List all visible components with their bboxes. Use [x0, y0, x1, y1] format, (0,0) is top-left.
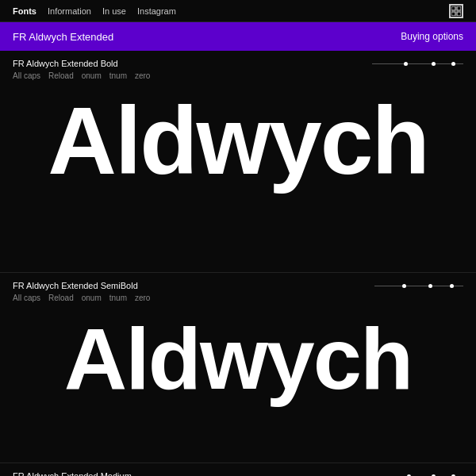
nav-in-use[interactable]: In use: [102, 6, 126, 16]
meta-onum-semibold[interactable]: onum: [82, 294, 102, 302]
font-section-bold: FR Aldwych Extended Bold All caps Reload…: [0, 51, 476, 273]
font-section-medium: FR Aldwych Extended Medium All caps Relo…: [0, 463, 476, 476]
font-section-semibold: FR Aldwych Extended SemiBold All caps Re…: [0, 273, 476, 463]
font-name-semibold: FR Aldwych Extended SemiBold: [13, 281, 138, 290]
font-preview-semibold: Aldwych: [13, 307, 463, 418]
meta-tnum-semibold[interactable]: tnum: [109, 294, 127, 302]
svg-rect-2: [451, 12, 455, 16]
font-header-semibold: FR Aldwych Extended SemiBold: [13, 281, 463, 290]
nav-instagram[interactable]: Instagram: [137, 6, 176, 16]
buying-options-button[interactable]: Buying options: [401, 31, 463, 42]
meta-reload-bold[interactable]: Reload: [48, 71, 74, 80]
preview-text-bold: Aldwych: [48, 93, 428, 188]
nav-fonts[interactable]: Fonts: [13, 6, 36, 16]
meta-onum-bold[interactable]: onum: [82, 71, 102, 80]
font-header-medium: FR Aldwych Extended Medium: [13, 471, 463, 476]
meta-zero-semibold[interactable]: zero: [135, 294, 150, 302]
preview-text-semibold: Aldwych: [64, 315, 412, 402]
top-nav: Fonts Information In use Instagram: [0, 0, 476, 22]
slider-bold[interactable]: [372, 62, 463, 66]
meta-allcaps-semibold[interactable]: All caps: [13, 294, 40, 302]
nav-items: Fonts Information In use Instagram: [13, 6, 176, 16]
svg-rect-0: [451, 6, 455, 10]
meta-tnum-bold[interactable]: tnum: [109, 71, 127, 80]
svg-rect-1: [457, 6, 461, 10]
font-name-bold: FR Aldwych Extended Bold: [13, 59, 118, 68]
nav-information[interactable]: Information: [48, 6, 91, 16]
font-meta-bold: All caps Reload onum tnum zero: [13, 71, 463, 80]
font-preview-bold: Aldwych: [13, 85, 463, 204]
font-family-title: FR Aldwych Extended: [13, 31, 113, 43]
meta-reload-semibold[interactable]: Reload: [48, 294, 74, 302]
meta-zero-bold[interactable]: zero: [135, 71, 150, 80]
svg-rect-3: [457, 12, 461, 16]
grid-icon[interactable]: [449, 4, 463, 18]
font-header-bold: FR Aldwych Extended Bold: [13, 59, 463, 68]
meta-allcaps-bold[interactable]: All caps: [13, 71, 40, 80]
font-name-medium: FR Aldwych Extended Medium: [13, 471, 132, 476]
slider-semibold[interactable]: [374, 284, 463, 288]
font-meta-semibold: All caps Reload onum tnum zero: [13, 294, 463, 302]
purple-bar: FR Aldwych Extended Buying options: [0, 22, 476, 51]
